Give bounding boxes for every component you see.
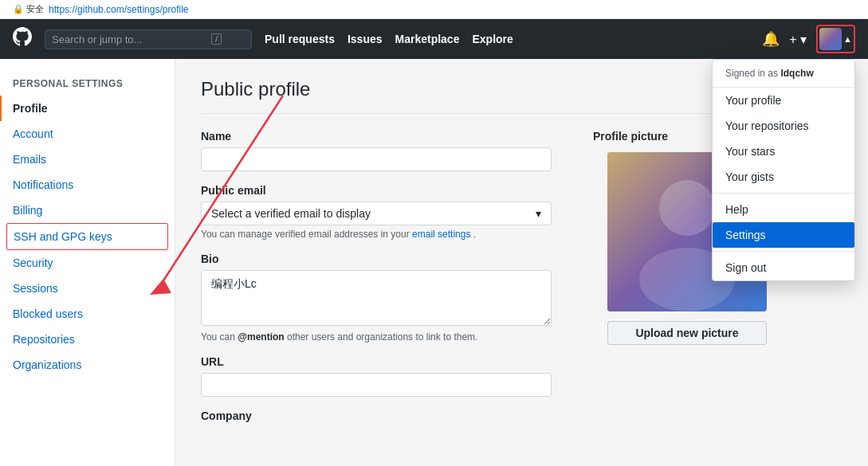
dropdown-your-profile[interactable]: Your profile (713, 88, 854, 113)
sidebar-item-account[interactable]: Account (0, 121, 175, 147)
dropdown-divider-1 (713, 193, 854, 194)
svg-point-1 (659, 180, 715, 236)
sidebar-item-profile[interactable]: Profile (0, 96, 175, 121)
bio-note-prefix: You can (201, 331, 238, 343)
topbar-right: 🔔 + ▾ ▲ (762, 25, 855, 53)
name-input[interactable] (201, 147, 552, 171)
url-group: URL (201, 355, 568, 397)
security-icon: 🔒 安全 (13, 3, 44, 15)
avatar-dropdown-arrow: ▲ (843, 34, 852, 44)
nav-issues[interactable]: Issues (348, 33, 383, 45)
form-column: Name Public email Select a verified emai… (201, 130, 568, 435)
dropdown-your-stars[interactable]: Your stars (713, 139, 854, 164)
bio-note: You can @mention other users and organiz… (201, 331, 568, 343)
company-label: Company (201, 409, 568, 422)
name-group: Name (201, 130, 568, 171)
notifications-icon[interactable]: 🔔 (762, 30, 780, 48)
user-avatar-button[interactable]: ▲ (816, 25, 855, 53)
sidebar-item-notifications[interactable]: Notifications (0, 172, 175, 198)
dropdown-username: ldqchw (780, 68, 813, 79)
sidebar-item-billing[interactable]: Billing (0, 198, 175, 223)
sidebar-item-emails[interactable]: Emails (0, 147, 175, 172)
email-note-period: . (473, 229, 476, 240)
email-label: Public email (201, 184, 568, 197)
sidebar-item-blocked-users[interactable]: Blocked users (0, 301, 175, 327)
dropdown-signed-in: Signed in as ldqchw (713, 60, 854, 88)
name-label: Name (201, 130, 568, 143)
company-group: Company (201, 409, 568, 422)
new-menu-icon[interactable]: + ▾ (789, 32, 807, 47)
github-logo[interactable] (13, 27, 32, 51)
bio-textarea[interactable]: 编程小Lc (201, 270, 552, 326)
nav-marketplace[interactable]: Marketplace (395, 33, 460, 45)
sidebar: Personal settings Profile Account Emails… (0, 59, 175, 466)
topbar-nav: Pull requests Issues Marketplace Explore (265, 33, 513, 45)
nav-pull-requests[interactable]: Pull requests (265, 33, 335, 45)
email-select[interactable]: Select a verified email to display (211, 207, 536, 220)
url-bar: 🔒 安全 https://github.com/settings/profile (0, 0, 868, 19)
dropdown-settings[interactable]: Settings (713, 222, 854, 248)
url-address: https://github.com/settings/profile (49, 4, 188, 15)
dropdown-your-repositories[interactable]: Your repositories (713, 113, 854, 139)
sidebar-item-security[interactable]: Security (0, 250, 175, 276)
bio-label: Bio (201, 253, 568, 265)
dropdown-divider-2 (713, 251, 854, 252)
user-dropdown-menu: Signed in as ldqchw Your profile Your re… (712, 59, 855, 281)
sidebar-item-ssh-gpg[interactable]: SSH and GPG keys (6, 223, 168, 250)
signed-in-label: Signed in as (725, 68, 780, 79)
email-note: You can manage verified email addresses … (201, 229, 568, 240)
dropdown-your-gists[interactable]: Your gists (713, 164, 854, 190)
dropdown-sign-out[interactable]: Sign out (713, 255, 854, 280)
sidebar-item-organizations[interactable]: Organizations (0, 352, 175, 378)
email-group: Public email Select a verified email to … (201, 184, 568, 240)
email-settings-link[interactable]: email settings (412, 229, 470, 240)
dropdown-help[interactable]: Help (713, 197, 854, 222)
url-label: URL (201, 355, 568, 368)
select-chevron: ▾ (536, 207, 541, 220)
bio-note-suffix: other users and organizations to link to… (285, 331, 478, 343)
email-select-wrapper[interactable]: Select a verified email to display ▾ (201, 202, 552, 225)
email-note-prefix: You can manage verified email addresses … (201, 229, 412, 240)
bio-group: Bio 编程小Lc You can @mention other users a… (201, 253, 568, 343)
url-input[interactable] (201, 373, 552, 397)
avatar (819, 28, 842, 50)
sidebar-item-repositories[interactable]: Repositories (0, 327, 175, 352)
search-input[interactable] (52, 33, 211, 45)
sidebar-item-sessions[interactable]: Sessions (0, 276, 175, 301)
sidebar-header: Personal settings (0, 72, 175, 96)
bio-mention: @mention (238, 331, 284, 343)
search-box[interactable]: / (45, 29, 252, 49)
search-slash: / (211, 33, 222, 45)
nav-explore[interactable]: Explore (472, 33, 513, 45)
upload-picture-button[interactable]: Upload new picture (607, 321, 767, 345)
topbar: / Pull requests Issues Marketplace Explo… (0, 19, 868, 59)
